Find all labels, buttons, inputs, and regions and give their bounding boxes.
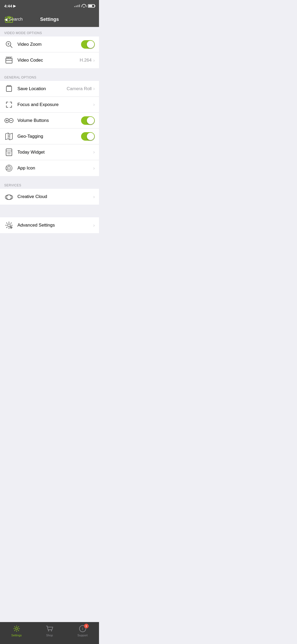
- svg-rect-8: [6, 58, 12, 60]
- focus-exposure-chevron: ›: [93, 102, 95, 107]
- save-location-row[interactable]: Save Location Camera Roll ›: [0, 81, 99, 97]
- creative-cloud-label: Creative Cloud: [17, 194, 93, 199]
- bottom-spacer: [0, 233, 99, 238]
- svg-line-4: [10, 46, 12, 48]
- nav-bar: ◀ Search Settings: [0, 12, 99, 27]
- map-icon: [4, 132, 14, 141]
- svg-point-35: [7, 195, 11, 200]
- stack-icon: [4, 84, 14, 94]
- section-label-general: GENERAL OPTIONS: [4, 76, 36, 79]
- today-widget-label: Today Widget: [17, 150, 93, 155]
- today-widget-chevron: ›: [93, 149, 95, 155]
- page-title: Settings: [40, 17, 59, 22]
- volume-buttons-toggle[interactable]: [81, 116, 95, 125]
- video-mode-group: Video Zoom Video Codec H.264 ›: [0, 36, 99, 68]
- location-icon: ▶: [13, 4, 16, 8]
- section-label-video: VIDEO MODE OPTIONS: [4, 31, 42, 35]
- advanced-group: Advanced Settings ›: [0, 217, 99, 233]
- save-location-chevron: ›: [93, 86, 95, 91]
- svg-point-30: [8, 168, 10, 169]
- widget-icon: [4, 148, 14, 157]
- svg-line-32: [6, 167, 7, 167]
- video-codec-row[interactable]: Video Codec H.264 ›: [0, 52, 99, 68]
- wifi-icon: [82, 4, 86, 8]
- section-gap-advanced: [0, 205, 99, 217]
- cloud-icon: [4, 192, 14, 201]
- video-codec-chevron: ›: [93, 58, 95, 63]
- volume-buttons-label: Volume Buttons: [17, 118, 81, 123]
- svg-rect-24: [6, 149, 12, 156]
- section-gap-general: GENERAL OPTIONS: [0, 68, 99, 81]
- today-widget-row[interactable]: Today Widget ›: [0, 144, 99, 160]
- video-zoom-row[interactable]: Video Zoom: [0, 36, 99, 52]
- clapboard-icon: [4, 56, 14, 65]
- video-codec-value: H.264: [80, 58, 92, 63]
- content-scroll: VIDEO MODE OPTIONS Video Zoom: [0, 27, 99, 260]
- svg-point-29: [7, 166, 11, 170]
- creative-cloud-chevron: ›: [93, 194, 95, 200]
- appicon-icon: [4, 163, 14, 173]
- video-codec-label: Video Codec: [17, 58, 80, 63]
- svg-rect-7: [6, 58, 12, 63]
- svg-point-36: [8, 224, 10, 227]
- plusminus-icon: [4, 116, 14, 125]
- advanced-settings-label: Advanced Settings: [17, 223, 93, 228]
- app-icon-label: App Icon: [17, 165, 93, 171]
- save-location-label: Save Location: [17, 86, 67, 91]
- section-label-services: SERVICES: [4, 183, 21, 187]
- svg-point-23: [8, 135, 10, 137]
- advanced-settings-row[interactable]: Advanced Settings ›: [0, 217, 99, 233]
- gear-icon: [4, 220, 14, 230]
- focus-exposure-label: Focus and Exposure: [17, 102, 93, 107]
- zoom-icon: [4, 40, 14, 49]
- services-group: Creative Cloud ›: [0, 189, 99, 205]
- signal-icon: [74, 4, 80, 7]
- geo-tagging-toggle[interactable]: [81, 132, 95, 141]
- volume-buttons-row[interactable]: Volume Buttons: [0, 113, 99, 128]
- save-location-value: Camera Roll: [67, 86, 92, 91]
- geo-tagging-label: Geo-Tagging: [17, 134, 81, 139]
- app-icon-row[interactable]: App Icon ›: [0, 160, 99, 176]
- focus-exposure-row[interactable]: Focus and Exposure ›: [0, 97, 99, 113]
- focus-icon: [4, 100, 14, 109]
- status-bar: 4:44 ▶: [0, 0, 99, 12]
- svg-rect-13: [6, 86, 12, 91]
- battery-icon: [88, 4, 95, 8]
- advanced-settings-chevron: ›: [93, 223, 95, 228]
- app-icon-chevron: ›: [93, 165, 95, 171]
- creative-cloud-row[interactable]: Creative Cloud ›: [0, 189, 99, 205]
- section-gap-services: SERVICES: [0, 176, 99, 189]
- status-time: 4:44: [4, 4, 12, 8]
- status-right: [74, 4, 95, 8]
- video-zoom-label: Video Zoom: [17, 42, 81, 47]
- geo-tagging-row[interactable]: Geo-Tagging: [0, 128, 99, 144]
- general-group: Save Location Camera Roll › Focus and Ex…: [0, 81, 99, 176]
- svg-line-33: [6, 169, 7, 170]
- camera-icon: [4, 15, 14, 24]
- section-gap-video: VIDEO MODE OPTIONS: [0, 27, 99, 36]
- video-zoom-toggle[interactable]: [81, 40, 95, 49]
- svg-point-1: [7, 18, 11, 21]
